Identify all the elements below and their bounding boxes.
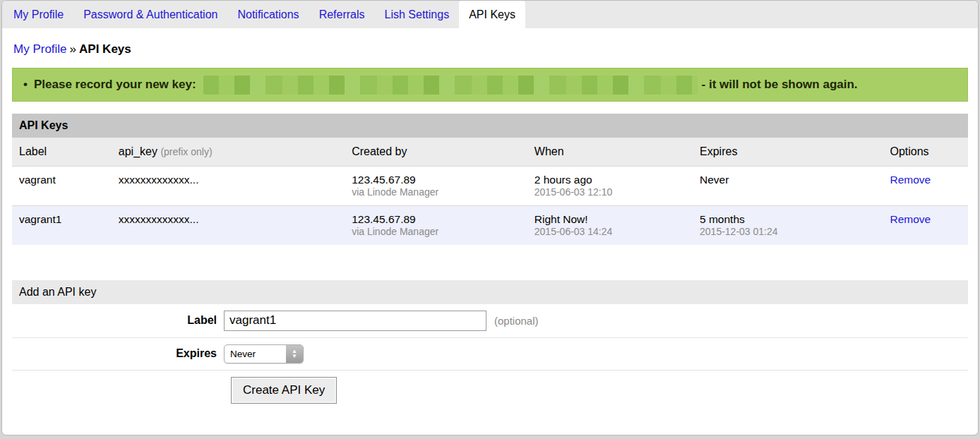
optional-note: (optional) [494,315,539,327]
remove-key-link[interactable]: Remove [890,213,931,225]
column-header-label: Label [12,138,112,167]
expires-cell: Never [693,167,883,206]
api-keys-table: Label api_key (prefix only) Created by W… [12,138,968,245]
created-by-cell: 123.45.67.89 via Linode Manager [345,205,527,244]
created-by-cell: 123.45.67.89 via Linode Manager [345,167,527,206]
breadcrumb-my-profile-link[interactable]: My Profile [13,42,67,56]
new-key-alert: • Please record your new key: - it will … [12,68,968,102]
alert-suffix-text: - it will not be shown again. [702,78,858,92]
page-content: My Profile»API Keys • Please record your… [2,42,978,410]
table-row: vagrant1 xxxxxxxxxxxxx... 123.45.67.89 v… [12,205,968,244]
expires-selected-value: Never [225,345,286,363]
label-field-row: Label (optional) [12,304,968,338]
table-row: vagrant xxxxxxxxxxxxx... 123.45.67.89 vi… [12,167,968,206]
when-timestamp-text: 2015-06-03 12:10 [534,186,686,199]
alert-prefix-text: Please record your new key: [34,78,196,92]
when-cell: Right Now! 2015-06-03 14:24 [527,205,693,244]
column-header-options: Options [883,138,968,167]
key-label-cell: vagrant [12,167,112,206]
created-via-text: via Linode Manager [352,186,520,199]
label-input[interactable] [224,311,486,331]
api-keys-table-title: API Keys [12,114,968,138]
api-key-prefix-note: (prefix only) [160,146,212,157]
expires-timestamp-text: 2015-12-03 01:24 [700,226,876,239]
column-header-when: When [527,138,693,167]
tab-lish-settings[interactable]: Lish Settings [375,1,460,28]
breadcrumb-separator: » [67,42,79,56]
breadcrumb-current-page: API Keys [79,42,131,56]
tab-password-authentication[interactable]: Password & Authentication [73,1,227,28]
profile-tab-bar: My Profile Password & Authentication Not… [2,1,978,28]
expires-select[interactable]: Never ▲▼ [224,344,304,363]
table-header-row: Label api_key (prefix only) Created by W… [12,138,968,167]
remove-key-link[interactable]: Remove [890,174,931,186]
when-timestamp-text: 2015-06-03 14:24 [534,226,686,239]
tab-referrals[interactable]: Referrals [309,1,375,28]
create-api-key-button[interactable]: Create API Key [231,377,337,404]
created-via-text: via Linode Manager [352,226,520,239]
tab-my-profile[interactable]: My Profile [4,1,73,28]
column-header-created-by: Created by [345,138,527,167]
options-cell: Remove [883,205,968,244]
when-cell: 2 hours ago 2015-06-03 12:10 [527,167,693,206]
key-prefix-cell: xxxxxxxxxxxxx... [112,167,345,206]
expires-field-row: Expires Never ▲▼ [12,338,968,371]
key-prefix-cell: xxxxxxxxxxxxx... [112,205,345,244]
app-window: My Profile Password & Authentication Not… [1,0,979,435]
redacted-api-key [203,76,698,95]
add-api-key-section-title: Add an API key [12,280,968,304]
alert-bullet: • [23,78,28,92]
tab-notifications[interactable]: Notifications [227,1,309,28]
column-header-api-key: api_key (prefix only) [112,138,345,167]
api-keys-table-section: API Keys Label api_key (prefix only) Cre… [12,114,968,245]
label-field-label: Label [12,314,224,327]
key-label-cell: vagrant1 [12,205,112,244]
options-cell: Remove [883,167,968,206]
select-stepper-icon: ▲▼ [286,345,303,363]
tab-api-keys[interactable]: API Keys [459,1,525,28]
expires-cell: 5 months 2015-12-03 01:24 [693,205,883,244]
column-header-expires: Expires [693,138,883,167]
expires-field-label: Expires [12,347,224,360]
submit-row: Create API Key [12,371,968,410]
breadcrumb: My Profile»API Keys [13,42,968,56]
